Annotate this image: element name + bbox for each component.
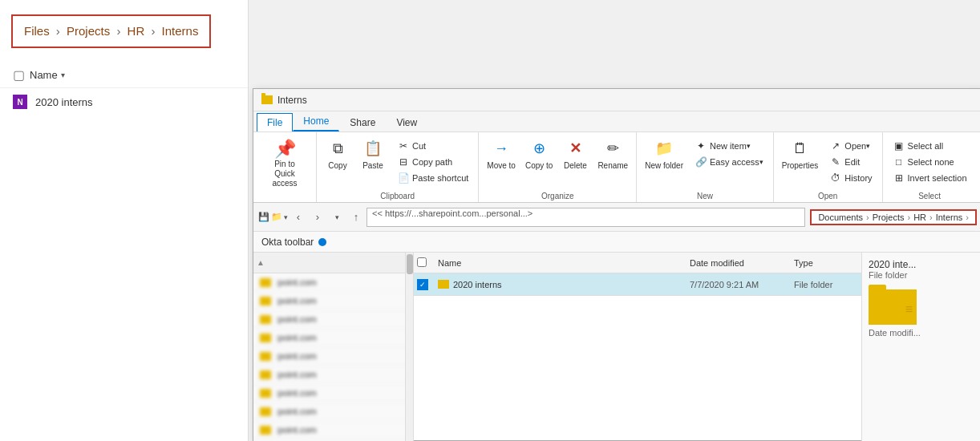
okta-toolbar: Okta toolbar xyxy=(253,232,980,253)
new-folder-icon: 📁 xyxy=(653,137,675,160)
left-name-header: ▢ Name ▾ xyxy=(0,63,248,88)
nav-scrollbar[interactable] xyxy=(405,253,413,441)
ribbon-group-pin: 📌 Pin to Quick access xyxy=(253,132,317,202)
select-all-icon: ▣ xyxy=(893,140,905,152)
organize-label: Organize xyxy=(541,192,574,200)
nav-folder-icon xyxy=(260,334,271,342)
row-checkbox[interactable]: ✓ xyxy=(417,279,428,290)
pin-to-quick-access-button[interactable]: 📌 Pin to Quick access xyxy=(258,136,311,192)
rename-icon: ✏ xyxy=(601,137,624,160)
address-breadcrumb[interactable]: Documents › Projects › HR › Interns › xyxy=(810,209,977,225)
table-row[interactable]: ✓ 2020 interns 7/7/2020 9:21 AM File fol… xyxy=(414,273,861,296)
nav-item-6[interactable]: :point.com xyxy=(253,366,413,384)
properties-icon: 🗒 xyxy=(789,137,812,160)
tab-view[interactable]: View xyxy=(386,113,427,131)
easy-access-icon: 🔗 xyxy=(695,156,707,168)
quick-folder-icon[interactable]: 📁 xyxy=(271,212,282,222)
type-header[interactable]: Type xyxy=(794,258,858,268)
left-file-name[interactable]: 2020 interns xyxy=(35,96,93,108)
nav-folder-icon xyxy=(260,407,271,416)
select-label: Select xyxy=(918,192,941,200)
nav-item-4[interactable]: :point.com xyxy=(253,329,413,347)
rename-button[interactable]: ✏ Rename xyxy=(594,136,631,172)
tab-home[interactable]: Home xyxy=(293,111,339,131)
new-item-button[interactable]: ✦ New item ▾ xyxy=(691,139,767,153)
sort-icon[interactable]: ▾ xyxy=(61,71,65,79)
ribbon: 📌 Pin to Quick access ⧉ Copy 📋 Paste xyxy=(253,132,980,203)
delete-button[interactable]: ✕ Delete xyxy=(559,136,591,172)
forward-button[interactable]: › xyxy=(309,208,326,226)
copy-to-button[interactable]: ⊕ Copy to xyxy=(522,136,556,172)
breadcrumb-interns[interactable]: Interns xyxy=(162,24,199,38)
select-all-checkbox[interactable] xyxy=(417,257,427,267)
detail-type: File folder xyxy=(869,270,975,280)
copy-path-icon: ⊟ xyxy=(397,156,410,168)
paste-shortcut-button[interactable]: 📄 Paste shortcut xyxy=(394,171,472,185)
ribbon-tabs: File Home Share View xyxy=(253,111,980,132)
breadcrumb-hr[interactable]: HR xyxy=(128,24,145,38)
copy-path-button[interactable]: ⊟ Copy path xyxy=(394,155,472,169)
cut-button[interactable]: ✂ Cut xyxy=(394,139,472,153)
paste-button[interactable]: 📋 Paste xyxy=(357,136,389,172)
move-to-button[interactable]: → Move to xyxy=(484,136,519,172)
file-name: 2020 interns xyxy=(453,280,502,289)
nav-item-8[interactable]: :point.com xyxy=(253,403,413,421)
breadcrumb-files[interactable]: Files xyxy=(24,24,50,38)
nav-folder-icon xyxy=(260,426,271,435)
ribbon-group-organize: → Move to ⊕ Copy to ✕ Delete ✏ Rename Or… xyxy=(479,132,637,202)
properties-button[interactable]: 🗒 Properties xyxy=(779,136,822,172)
tab-file[interactable]: File xyxy=(257,113,293,131)
name-header[interactable]: Name xyxy=(433,258,690,268)
name-column-label[interactable]: Name xyxy=(30,69,58,81)
nav-item-7[interactable]: :point.com xyxy=(253,384,413,403)
file-date: 7/7/2020 9:21 AM xyxy=(690,280,794,289)
nav-item-3[interactable]: :point.com xyxy=(253,310,413,329)
address-input[interactable]: << https://...sharepoint.com...personal.… xyxy=(366,208,805,227)
nav-item-2[interactable]: :point.com xyxy=(253,292,413,310)
up-button[interactable]: ↑ xyxy=(347,208,365,226)
left-panel: Files › Projects › HR › Interns ▢ Name ▾… xyxy=(0,0,249,441)
ribbon-group-new: 📁 New folder ✦ New item ▾ 🔗 Easy access … xyxy=(637,132,774,202)
delete-icon: ✕ xyxy=(564,137,586,160)
select-none-button[interactable]: □ Select none xyxy=(889,155,970,169)
breadcrumb-projects[interactable]: Projects xyxy=(67,24,110,38)
open-label: Open xyxy=(818,192,837,200)
title-folder-icon xyxy=(261,95,273,104)
easy-access-button[interactable]: 🔗 Easy access ▾ xyxy=(691,155,767,169)
history-button[interactable]: ⏱ History xyxy=(826,171,875,185)
row-folder-icon xyxy=(438,280,449,289)
detail-panel: 2020 inte... File folder ≡ Date modifi..… xyxy=(861,253,980,441)
file-type-icon: ▢ xyxy=(13,67,25,83)
title-bar: Interns xyxy=(253,89,980,111)
left-file-item[interactable]: N 2020 interns xyxy=(0,88,248,115)
invert-selection-button[interactable]: ⊞ Invert selection xyxy=(889,171,970,185)
file-list-header: Name Date modified Type xyxy=(414,253,861,273)
copy-icon: ⧉ xyxy=(326,137,349,160)
select-all-button[interactable]: ▣ Select all xyxy=(889,139,970,153)
breadcrumb[interactable]: Files › Projects › HR › Interns xyxy=(11,14,211,48)
edit-button[interactable]: ✎ Edit xyxy=(826,155,875,169)
quick-save-icon[interactable]: 💾 xyxy=(258,212,269,222)
dropdown-button[interactable]: ▾ xyxy=(328,208,346,226)
copy-to-icon: ⊕ xyxy=(528,137,550,160)
copy-button[interactable]: ⧉ Copy xyxy=(322,136,354,172)
nav-item-5[interactable]: :point.com xyxy=(253,347,413,366)
paste-shortcut-icon: 📄 xyxy=(397,172,410,184)
nav-folder-icon xyxy=(260,352,271,361)
date-header[interactable]: Date modified xyxy=(690,258,794,268)
tab-share[interactable]: Share xyxy=(339,113,386,131)
ribbon-group-clipboard: ⧉ Copy 📋 Paste ✂ Cut ⊟ Copy path xyxy=(317,132,479,202)
nav-item-1[interactable]: :point.com xyxy=(253,273,413,292)
nav-scroll-thumb[interactable] xyxy=(407,254,413,274)
nav-item-9[interactable]: :point.com xyxy=(253,421,413,439)
clipboard-label: Clipboard xyxy=(380,192,415,200)
new-folder-button[interactable]: 📁 New folder xyxy=(642,136,686,172)
open-button[interactable]: ↗ Open ▾ xyxy=(826,139,875,153)
scissors-icon: ✂ xyxy=(397,140,410,152)
quick-dropdown-icon[interactable]: ▾ xyxy=(284,213,288,221)
move-icon: → xyxy=(490,137,512,160)
nav-panel: ▲ :point.com :point.com :point.com :poi xyxy=(253,253,414,441)
select-none-icon: □ xyxy=(893,156,905,168)
back-button[interactable]: ‹ xyxy=(290,208,307,226)
history-icon: ⏱ xyxy=(829,172,842,184)
